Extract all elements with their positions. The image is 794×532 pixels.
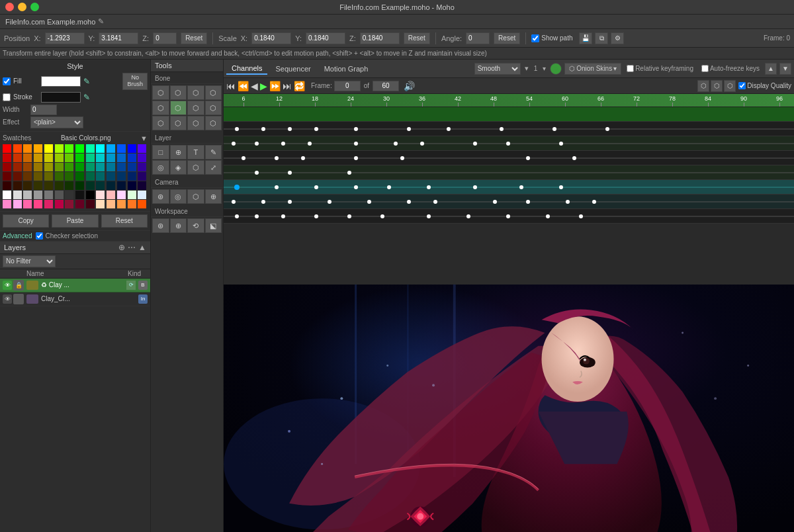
fill-checkbox[interactable] [3,77,11,85]
reset-button-3[interactable]: Reset [494,32,520,44]
swatch-38[interactable] [107,163,115,171]
swatch-79[interactable] [96,191,105,199]
swatch-86[interactable] [23,200,32,208]
swatch-57[interactable] [13,181,22,190]
swatch-88[interactable] [44,200,53,208]
dq-btn-2[interactable]: ⬡ [711,80,723,92]
swatch-66[interactable] [107,181,115,190]
maximize-button[interactable] [30,3,39,11]
swatch-72[interactable] [23,191,32,199]
swatch-73[interactable] [34,191,42,199]
layer-settings-btn[interactable]: ⋯ [128,243,136,252]
swatch-17[interactable] [34,154,42,162]
swatch-54[interactable] [128,172,136,181]
workspace-tool-1[interactable]: ⊛ [152,218,169,233]
swatch-48[interactable] [65,172,73,181]
tl-green-dot[interactable]: ● [550,63,562,75]
tab-channels[interactable]: Channels [226,63,267,75]
layer-tool-8[interactable]: ⤢ [205,160,222,175]
swatch-82[interactable] [128,191,136,199]
bone-tool-8[interactable]: ⬡ [205,101,222,115]
swatch-83[interactable] [138,191,146,199]
show-path-checkbox[interactable] [531,34,539,42]
swatch-89[interactable] [55,200,64,208]
loop-btn[interactable]: 🔁 [294,81,305,91]
copy-icon-btn[interactable]: ⧉ [595,32,608,44]
swatch-30[interactable] [23,163,32,171]
swatch-6[interactable] [65,144,73,153]
bone-tool-4[interactable]: ⬡ [205,85,222,100]
swatch-12[interactable] [128,144,136,153]
swatch-27[interactable] [138,154,146,162]
swatch-65[interactable] [96,181,105,190]
swatch-75[interactable] [55,191,64,199]
minimize-button[interactable] [18,3,26,11]
swatch-90[interactable] [65,200,73,208]
swatch-85[interactable] [13,200,22,208]
swatch-77[interactable] [75,191,84,199]
swatch-3[interactable] [34,144,42,153]
swatch-51[interactable] [96,172,105,181]
swatch-55[interactable] [138,172,146,181]
angle-input[interactable] [466,32,490,44]
effect-select[interactable]: <plain> [30,116,83,128]
swatch-53[interactable] [117,172,126,181]
swatch-91[interactable] [75,200,84,208]
volume-btn[interactable]: 🔊 [404,81,415,91]
swatch-47[interactable] [55,172,64,181]
bone-tool-2[interactable]: ⬡ [170,85,187,100]
swatch-39[interactable] [117,163,126,171]
swatch-68[interactable] [128,181,136,190]
swatch-36[interactable] [86,163,95,171]
swatch-71[interactable] [13,191,22,199]
stroke-color-swatch[interactable] [41,92,81,103]
swatch-46[interactable] [44,172,53,181]
fill-color-swatch[interactable] [41,76,81,87]
swatch-11[interactable] [117,144,126,153]
swatch-94[interactable] [107,200,115,208]
advanced-button[interactable]: Advanced [3,232,32,240]
swatch-2[interactable] [23,144,32,153]
tab-sequencer[interactable]: Sequencer [270,64,316,74]
bone-tool-10[interactable]: ⬡ [170,116,187,130]
reset-style-button[interactable]: Reset [101,214,148,228]
swatch-61[interactable] [55,181,64,190]
swatch-8[interactable] [86,144,95,153]
scale-x-input[interactable] [251,32,291,44]
swatch-58[interactable] [23,181,32,190]
settings-icon-btn[interactable]: ⚙ [611,32,624,44]
swatch-60[interactable] [44,181,53,190]
swatch-50[interactable] [86,172,95,181]
bone-tool-7[interactable]: ⬡ [187,101,204,115]
y-input[interactable] [99,32,138,44]
x-input[interactable] [45,32,85,44]
layer-tool-5[interactable]: ◎ [152,160,169,175]
camera-tool-3[interactable]: ⬡ [187,189,204,204]
swatch-64[interactable] [86,181,95,190]
swatch-13[interactable] [138,144,146,153]
smooth-select[interactable]: Smooth [474,63,521,75]
swatch-97[interactable] [138,200,146,208]
swatch-40[interactable] [128,163,136,171]
swatch-25[interactable] [117,154,126,162]
bone-tool-1[interactable]: ⬡ [152,85,169,100]
swatch-44[interactable] [23,172,32,181]
layer-tool-2[interactable]: ⊕ [170,145,187,159]
reset-button-1[interactable]: Reset [181,32,207,44]
camera-tool-4[interactable]: ⊕ [205,189,222,204]
swatch-32[interactable] [44,163,53,171]
bone-tool-6[interactable]: ⬡ [170,101,187,115]
play-back-btn[interactable]: ⏮ [226,81,236,91]
swatch-93[interactable] [96,200,105,208]
swatch-22[interactable] [86,154,95,162]
swatch-87[interactable] [34,200,42,208]
next-key-btn[interactable]: ⏭ [283,81,292,91]
swatch-56[interactable] [3,181,11,190]
swatch-52[interactable] [107,172,115,181]
swatch-59[interactable] [34,181,42,190]
swatch-78[interactable] [86,191,95,199]
swatch-92[interactable] [86,200,95,208]
bone-tool-12[interactable]: ⬡ [205,116,222,130]
stroke-brush-icon[interactable]: ✎ [83,93,90,102]
swatch-96[interactable] [128,200,136,208]
